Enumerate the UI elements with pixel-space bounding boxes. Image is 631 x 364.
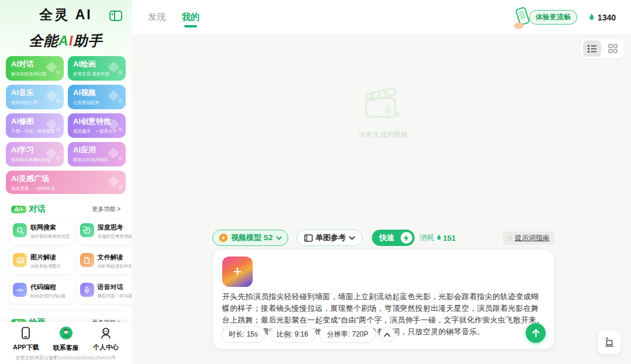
card-ai-effects[interactable]: AI创意特效视觉魔术、一键变大片	[68, 113, 126, 138]
grid-view-icon	[608, 44, 618, 53]
consume-cost: 消耗 151	[420, 233, 456, 243]
sidebar-bottom-bar: APP下载 联系客服 个人中心 全国互联网算法备案110115115261001…	[0, 322, 132, 364]
booster-badge[interactable]: 体验更流畅	[529, 10, 577, 25]
section-chat: Ai+ 对话 更多功能 > 联网搜索实时获得最新的信息 深度思考卓越的思考推理能…	[6, 199, 126, 308]
feature-web-search[interactable]: 联网搜索实时获得最新的信息	[10, 219, 73, 244]
credits-counter[interactable]: 1340	[588, 13, 616, 22]
image-icon	[13, 253, 27, 267]
empty-state: 没有生成的视频	[333, 83, 433, 140]
svg-text:</>: </>	[17, 287, 23, 293]
card-ai-apps[interactable]: AI应用帮你应对各种场景	[68, 142, 126, 167]
list-view-icon	[587, 44, 597, 53]
pointing-finger-icon: ☝	[508, 234, 512, 242]
card-ai-video[interactable]: AI视频让创意动起来	[68, 85, 126, 109]
more-features-link[interactable]: 更多功能 >	[92, 205, 120, 213]
prompt-guide-link[interactable]: ☝ 提示词指南	[503, 231, 554, 245]
card-ai-retouch[interactable]: AI修图只需一句话，轻松修图	[6, 113, 64, 138]
code-icon: </>	[13, 283, 27, 297]
booster-banner[interactable]: 体验更流畅	[512, 5, 577, 30]
active-tab-underline	[184, 25, 197, 27]
lamp-icon	[604, 337, 615, 348]
clapperboard-icon	[358, 83, 408, 124]
chevron-down-icon	[349, 236, 355, 240]
card-ai-music[interactable]: AI音乐创作你的心声	[6, 85, 64, 109]
card-ai-chat[interactable]: AI对话解决你的各种问题	[6, 56, 64, 81]
grid-view-button[interactable]	[604, 40, 622, 57]
app-root: 全灵 AI 全能AI助手 AI对话解决你的各种问题 AI绘画妙笔生花 画你所想 …	[0, 0, 631, 364]
icp-footer-text: 全国互联网算法备案110115115261001254015号	[6, 352, 126, 363]
resolution-chip[interactable]: 分辨率: 720P	[319, 326, 376, 343]
card-ai-paint[interactable]: AI绘画妙笔生花 画你所想	[68, 56, 126, 81]
tab-mine[interactable]: 我的	[182, 8, 199, 26]
top-tabs: 发现 我的	[148, 8, 199, 26]
user-center-button[interactable]: 个人中心	[93, 327, 119, 352]
phone-icon	[20, 327, 32, 339]
top-bar: 发现 我的 体验更流畅 1340	[132, 0, 631, 35]
card-ai-inspiration[interactable]: AI灵感广场激发灵感，一键抄作业	[6, 171, 126, 194]
activity-lamp-button[interactable]	[598, 331, 621, 354]
flame-icon	[588, 13, 595, 22]
document-icon	[80, 253, 94, 267]
feature-image-read[interactable]: 图片解读分析和处理图片	[10, 248, 73, 274]
flame-icon	[436, 234, 442, 242]
section-title: 对话	[29, 204, 46, 214]
sidebar: 全灵 AI 全能AI助手 AI对话解决你的各种问题 AI绘画妙笔生花 画你所想 …	[0, 0, 132, 364]
contact-support-button[interactable]: 联系客服	[53, 326, 79, 352]
chevron-down-icon	[276, 236, 282, 240]
video-model-select[interactable]: 视频模型 S2	[212, 230, 288, 246]
view-toggle	[581, 39, 624, 58]
slogan-text: 全能AI助手	[0, 29, 132, 53]
reference-mode-select[interactable]: 单图参考	[296, 230, 363, 246]
main-area: 发现 我的 体验更流畅 1340	[132, 0, 631, 364]
app-download-button[interactable]: APP下载	[13, 327, 39, 352]
generation-settings: 时长: 15s 比例: 9:16 分辨率: 720P	[221, 326, 395, 343]
sidebar-collapse-icon[interactable]	[109, 11, 122, 21]
microphone-icon	[80, 283, 94, 297]
list-view-button[interactable]	[583, 40, 601, 57]
feature-voice-chat[interactable]: 语音对话像面对面一样沟通	[77, 278, 132, 304]
submit-button[interactable]	[526, 323, 546, 343]
support-avatar	[59, 326, 73, 340]
duration-chip[interactable]: 时长: 15s	[221, 326, 265, 343]
brain-icon	[80, 223, 94, 237]
feature-deep-think[interactable]: 深度思考卓越的思考推理能力	[77, 219, 132, 244]
person-icon	[99, 327, 112, 339]
feature-file-read[interactable]: 文件解读分析和处理各种文件	[77, 248, 132, 274]
aspect-ratio-chip[interactable]: 比例: 9:16	[269, 326, 316, 343]
search-icon	[13, 223, 27, 237]
chevron-up-icon	[384, 332, 391, 337]
empty-state-text: 没有生成的视频	[333, 130, 433, 140]
sidebar-header: 全灵 AI	[0, 0, 132, 29]
lightning-icon	[401, 232, 412, 244]
plus-icon: +	[233, 264, 242, 279]
tab-discover[interactable]: 发现	[148, 8, 165, 26]
generation-toolbar: 视频模型 S2 单图参考 快速 消耗 151 ☝ 提示词指南	[212, 230, 554, 246]
reference-image-tile[interactable]: +	[222, 256, 253, 287]
arrow-up-icon	[532, 328, 540, 338]
feature-coding[interactable]: </> 代码编程轻松处理代码问题	[10, 278, 73, 304]
app-logo: 全灵 AI	[39, 6, 92, 24]
fast-mode-toggle[interactable]: 快速	[372, 230, 415, 246]
frame-icon	[304, 234, 313, 242]
ai-plus-badge: Ai+	[11, 206, 26, 213]
card-ai-learn[interactable]: AI学习助你轻松掌握AI技能	[6, 142, 64, 167]
prompt-composer: + 开头先拍演员指尖轻轻碰到墙面，墙面上立刻流动起蓝色光影，光影会跟着指尖的轨迹…	[212, 249, 554, 349]
play-icon	[219, 233, 228, 242]
collapse-settings-button[interactable]	[380, 327, 395, 342]
feature-card-grid: AI对话解决你的各种问题 AI绘画妙笔生花 画你所想 AI音乐创作你的心声 AI…	[6, 56, 126, 194]
